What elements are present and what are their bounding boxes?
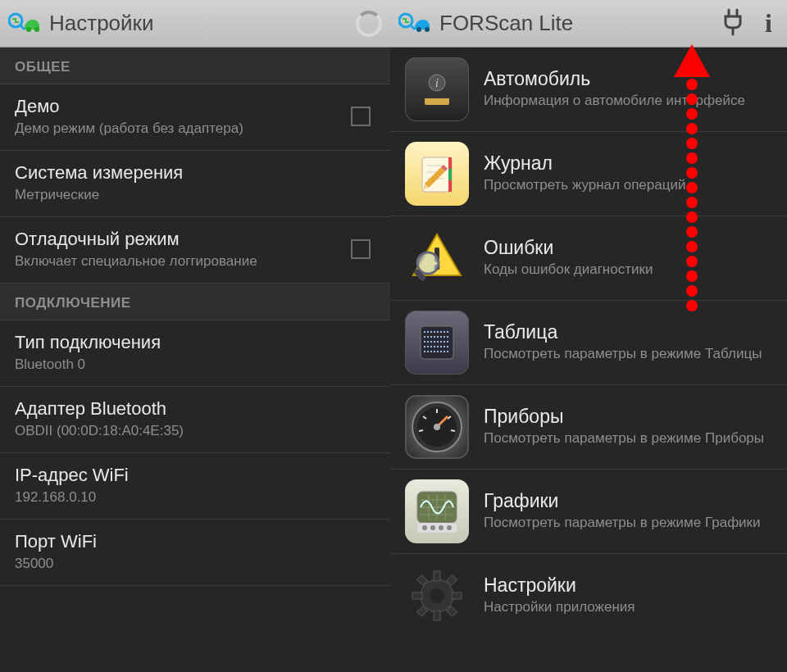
- svg-rect-42: [424, 341, 425, 343]
- svg-point-7: [425, 27, 430, 32]
- svg-rect-39: [440, 336, 442, 338]
- app-logo-icon: [398, 11, 431, 36]
- measure-label: Система измерения: [15, 162, 375, 184]
- svg-rect-62: [437, 351, 439, 352]
- svg-rect-48: [444, 341, 445, 343]
- svg-rect-44: [430, 341, 432, 343]
- svg-rect-89: [412, 593, 422, 599]
- svg-rect-43: [427, 341, 429, 343]
- svg-rect-57: [447, 346, 448, 347]
- menu-settings-sub: Настройки приложения: [484, 598, 772, 616]
- svg-rect-53: [434, 346, 435, 347]
- settings-topbar: Настройки: [0, 0, 390, 48]
- section-connection-header: ПОДКЛЮЧЕНИЕ: [0, 284, 390, 320]
- menu-gauge-title: Приборы: [484, 406, 772, 428]
- measure-sub: Метрические: [15, 187, 375, 203]
- svg-rect-45: [434, 341, 435, 343]
- main-menu-screen: FORScan Lite i i Автомобиль: [390, 0, 787, 672]
- svg-line-5: [410, 25, 415, 30]
- menu-table-title: Таблица: [484, 321, 772, 343]
- svg-rect-47: [440, 341, 442, 343]
- section-general-header: ОБЩЕЕ: [0, 48, 390, 84]
- svg-rect-59: [427, 351, 429, 352]
- svg-point-83: [430, 525, 435, 530]
- adapter-row[interactable]: Адаптер Bluetooth OBDII (00:0D:18:A0:4E:…: [0, 387, 390, 453]
- svg-point-6: [416, 27, 421, 32]
- demo-checkbox[interactable]: [351, 107, 371, 126]
- warning-search-icon: [405, 226, 469, 290]
- ip-row[interactable]: IP-адрес WiFi 192.168.0.10: [0, 453, 390, 520]
- gauge-icon: [405, 395, 469, 459]
- adapter-label: Адаптер Bluetooth: [15, 398, 375, 420]
- debug-checkbox[interactable]: [351, 239, 371, 259]
- svg-rect-63: [440, 351, 442, 352]
- svg-rect-29: [434, 331, 435, 333]
- menu-table-sub: Посмотреть параметры в режиме Таблицы: [484, 345, 772, 363]
- svg-rect-40: [444, 336, 445, 338]
- loading-spinner-icon: [356, 11, 382, 37]
- svg-rect-30: [437, 331, 439, 333]
- menu-settings-title: Настройки: [484, 574, 772, 597]
- svg-text:i: i: [435, 77, 439, 89]
- car-info-icon: i: [405, 57, 469, 121]
- measure-row[interactable]: Система измерения Метрические: [0, 151, 390, 217]
- svg-line-72: [451, 430, 455, 431]
- debug-row[interactable]: Отладочный режим Включает специальное ло…: [0, 217, 390, 284]
- svg-rect-34: [424, 336, 425, 338]
- info-icon[interactable]: i: [758, 8, 779, 39]
- svg-rect-41: [447, 336, 448, 338]
- menu-table[interactable]: Таблица Посмотреть параметры в режиме Та…: [390, 301, 787, 385]
- svg-point-95: [430, 588, 444, 603]
- svg-rect-60: [430, 351, 432, 352]
- port-row[interactable]: Порт WiFi 35000: [0, 520, 390, 586]
- svg-rect-26: [424, 331, 425, 333]
- svg-point-85: [447, 525, 452, 530]
- svg-line-1: [20, 25, 25, 30]
- svg-rect-28: [430, 331, 432, 333]
- port-sub: 35000: [15, 556, 375, 572]
- menu-journal[interactable]: Журнал Просмотреть журнал операций: [390, 132, 787, 216]
- svg-point-3: [34, 27, 39, 32]
- svg-rect-56: [444, 346, 445, 347]
- conn-type-sub: Bluetooth 0: [15, 356, 375, 373]
- svg-rect-90: [452, 593, 462, 599]
- svg-rect-64: [444, 351, 445, 352]
- svg-rect-38: [437, 336, 439, 338]
- svg-rect-61: [434, 351, 435, 352]
- settings-screen: Настройки ОБЩЕЕ Демо Демо режим (работа …: [0, 0, 390, 672]
- svg-rect-52: [430, 346, 432, 347]
- menu-auto-sub: Информация о автомобиле интерфейсе: [484, 92, 772, 110]
- svg-rect-49: [447, 341, 448, 343]
- table-icon: [405, 311, 469, 375]
- demo-row[interactable]: Демо Демо режим (работа без адаптера): [0, 84, 390, 151]
- menu-journal-sub: Просмотреть журнал операций: [484, 176, 772, 194]
- menu-settings[interactable]: Настройки Настройки приложения: [390, 554, 787, 638]
- svg-rect-17: [448, 169, 452, 180]
- svg-rect-55: [440, 346, 442, 347]
- ip-label: IP-адрес WiFi: [15, 465, 375, 486]
- app-logo-icon: [8, 11, 41, 36]
- svg-point-23: [417, 252, 439, 274]
- conn-type-row[interactable]: Тип подключения Bluetooth 0: [0, 320, 390, 387]
- menu-auto-title: Автомобиль: [484, 68, 772, 90]
- svg-rect-50: [424, 346, 425, 347]
- svg-rect-51: [427, 346, 429, 347]
- svg-rect-54: [437, 346, 439, 347]
- svg-point-73: [434, 424, 440, 430]
- main-topbar: FORScan Lite i: [390, 0, 787, 48]
- plug-icon[interactable]: [716, 8, 750, 39]
- svg-rect-27: [427, 331, 429, 333]
- menu-graph-title: Графики: [484, 490, 772, 512]
- svg-rect-37: [434, 336, 435, 338]
- main-title: FORScan Lite: [439, 11, 573, 36]
- port-label: Порт WiFi: [15, 531, 375, 552]
- menu-graph[interactable]: Графики Посмотреть параметры в режиме Гр…: [390, 470, 787, 554]
- svg-rect-65: [447, 351, 448, 352]
- menu-errors[interactable]: Ошибки Коды ошибок диагностики: [390, 216, 787, 301]
- menu-graph-sub: Посмотреть параметры в режиме Графики: [484, 514, 772, 532]
- menu-auto[interactable]: i Автомобиль Информация о автомобиле инт…: [390, 48, 787, 132]
- gear-icon: [405, 564, 469, 628]
- menu-gauge[interactable]: Приборы Посмотреть параметры в режиме Пр…: [390, 385, 787, 470]
- menu-errors-sub: Коды ошибок диагностики: [484, 261, 772, 279]
- svg-point-82: [422, 525, 427, 530]
